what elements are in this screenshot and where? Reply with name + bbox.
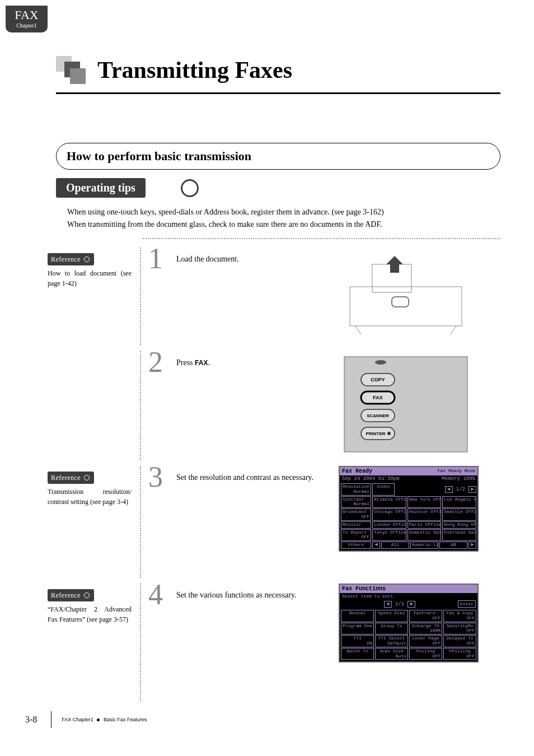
lcd-dest[interactable]: Chicago Office bbox=[372, 508, 406, 521]
lcd-func-button[interactable]: Program One-Touch bbox=[341, 623, 374, 635]
lcd-func-button[interactable]: Cover PageOFF bbox=[409, 635, 442, 647]
right-arrow-icon[interactable]: ► bbox=[407, 601, 415, 608]
lcd-func-button[interactable]: Delayed TxOFF bbox=[443, 635, 476, 647]
lcd-func-button[interactable]: TTION bbox=[341, 635, 374, 647]
lcd-func-button[interactable]: FaxFrwrd.OFF bbox=[409, 610, 442, 622]
device-illustration bbox=[339, 248, 473, 339]
reference-box: Reference “FAX/Chapter 2 Advanced Fax Fe… bbox=[48, 589, 132, 624]
vertical-dots bbox=[140, 466, 141, 578]
svg-line-4 bbox=[451, 326, 456, 334]
circle-icon bbox=[84, 256, 90, 262]
circle-icon bbox=[181, 179, 199, 197]
lcd-enter-button[interactable]: Enter bbox=[458, 600, 476, 608]
step-3: Reference Transmission resolution/ contr… bbox=[48, 466, 500, 578]
tip-line: When using one-touch keys, speed-dials o… bbox=[67, 206, 500, 218]
lcd-func-button[interactable]: Fax & CopyOFF bbox=[443, 610, 476, 622]
fax-button: FAX bbox=[373, 395, 383, 400]
lcd-dest[interactable]: Domestic Sales Dep bbox=[407, 529, 442, 542]
reference-text: Transmission resolution/ contrast settin… bbox=[48, 487, 132, 507]
footer-separator bbox=[51, 711, 51, 728]
reference-text: How to load document (see page 1-42) bbox=[48, 268, 132, 288]
lcd-dest[interactable]: London Office bbox=[372, 521, 406, 529]
lcd-side-monitor[interactable]: Monitor bbox=[341, 521, 371, 529]
step-number: 3 bbox=[148, 460, 163, 493]
step-text: Set the resolution and contrast as neces… bbox=[176, 472, 327, 483]
reference-text: “FAX/Chapter 2 Advanced Fax Features” (s… bbox=[48, 604, 132, 624]
lcd-side-broadcast[interactable]: BroadcastOFF bbox=[341, 508, 371, 521]
lcd-numeric-button[interactable]: Numeric List bbox=[410, 542, 438, 549]
vertical-dots bbox=[140, 248, 141, 346]
lcd-pager: 1/2 bbox=[454, 487, 467, 492]
lcd-dest[interactable]: Overseas Sales Dep bbox=[442, 529, 476, 542]
lcd-dest[interactable]: Tokyo Office bbox=[372, 529, 406, 542]
lcd-dest[interactable]: Atlanta Office bbox=[372, 496, 406, 508]
lcd-ab-button[interactable]: AB bbox=[439, 542, 467, 549]
section-title: How to perform basic transmission bbox=[56, 143, 500, 170]
steps-area: Reference How to load document (see page… bbox=[48, 238, 500, 707]
lcd-memory: Memory 100% bbox=[442, 476, 475, 482]
lcd-title: Fax Functions bbox=[342, 586, 386, 592]
lcd-side-others[interactable]: Others bbox=[341, 542, 371, 549]
tab-title: FAX bbox=[6, 8, 48, 22]
lcd-side-contrast[interactable]: ContrastNormal bbox=[341, 496, 371, 508]
lcd-dest[interactable]: Los Angels Office bbox=[442, 496, 476, 508]
lcd-index-button[interactable]: Index bbox=[372, 483, 395, 496]
fax-keyword: FAX bbox=[195, 359, 208, 367]
lcd-func-button[interactable]: Batch Tx bbox=[341, 648, 374, 660]
svg-line-3 bbox=[355, 326, 361, 334]
lcd-func-button[interactable]: TTI SelectDefault bbox=[375, 635, 408, 647]
right-arrow-icon[interactable]: ► bbox=[469, 542, 476, 549]
lcd-func-button[interactable]: PollingOFF bbox=[409, 648, 442, 660]
lcd-dest[interactable]: Houston Office bbox=[407, 508, 442, 521]
reference-box: Reference Transmission resolution/ contr… bbox=[48, 472, 132, 507]
svg-point-6 bbox=[375, 360, 386, 365]
lcd-func-button[interactable]: SecurityRxOFF bbox=[443, 623, 476, 635]
lcd-dest[interactable]: Paris Office bbox=[407, 521, 442, 529]
right-arrow-icon[interactable]: ► bbox=[469, 486, 476, 493]
operating-tips-header: Operating tips bbox=[56, 178, 174, 198]
section: How to perform basic transmission Operat… bbox=[56, 143, 500, 231]
lcd-dest[interactable]: Hong Kong Office bbox=[442, 521, 476, 529]
step-4: Reference “FAX/Chapter 2 Advanced Fax Fe… bbox=[48, 584, 500, 701]
step-number: 2 bbox=[148, 346, 163, 379]
lcd-fax-ready: Fax Ready Fax Ready Mode Sep 24 2004 01:… bbox=[339, 466, 479, 552]
reference-badge: Reference bbox=[48, 589, 94, 601]
lcd-func-button[interactable]: FPollingOFF bbox=[443, 648, 476, 660]
lcd-func-button[interactable]: Speed Dial bbox=[375, 610, 408, 622]
lcd-side-resolution[interactable]: ResolutionNormal bbox=[341, 483, 371, 496]
lcd-title: Fax Ready bbox=[342, 468, 372, 474]
vertical-dots bbox=[140, 351, 141, 460]
bullet-icon bbox=[97, 718, 100, 721]
panel-illustration: COPY FAX SCANNER PRINTER bbox=[339, 351, 473, 460]
step-1: Reference How to load document (see page… bbox=[48, 248, 500, 346]
lcd-dest[interactable]: New York Office bbox=[407, 496, 442, 508]
page-title: Transmitting Faxes bbox=[97, 57, 292, 83]
svg-rect-2 bbox=[392, 297, 409, 307]
lcd-func-button[interactable]: Scan SizeAuto bbox=[375, 648, 408, 660]
lcd-datetime: Sep 24 2004 01:30pm bbox=[342, 476, 400, 482]
step-text: Set the various functions as necessary. bbox=[176, 589, 327, 601]
step-2: 2 Press FAX. COPY FAX SCANNER PRINTER bbox=[48, 351, 500, 460]
operating-tips-label: Operating tips bbox=[56, 178, 146, 198]
lcd-func-button[interactable]: Group Tx bbox=[375, 623, 408, 635]
lcd-dest[interactable]: Seattle Office bbox=[442, 508, 476, 521]
lcd-pager: 1/2 bbox=[393, 601, 406, 607]
circle-icon bbox=[84, 475, 90, 480]
lcd-func-button[interactable]: Redial bbox=[341, 610, 374, 622]
tab-subtitle: Chapter1 bbox=[6, 22, 48, 29]
tip-line: When transmitting from the document glas… bbox=[67, 218, 500, 231]
lcd-func-button[interactable]: Enlarge TX100% bbox=[409, 623, 442, 635]
left-arrow-icon[interactable]: ◄ bbox=[384, 601, 392, 608]
circle-icon bbox=[84, 592, 90, 598]
left-arrow-icon[interactable]: ◄ bbox=[372, 542, 380, 549]
step-text: Load the document. bbox=[176, 253, 327, 265]
footer-crumb: FAX Chapter1 Basic Fax Features bbox=[62, 717, 147, 722]
reference-badge: Reference bbox=[48, 472, 94, 484]
lcd-side-txreport[interactable]: Tx ReportOFF bbox=[341, 529, 371, 542]
lcd-fax-functions: Fax Functions Select item to edit. ◄ 1/2… bbox=[339, 584, 479, 662]
printer-button: PRINTER bbox=[366, 431, 385, 436]
left-arrow-icon[interactable]: ◄ bbox=[445, 486, 453, 493]
dotted-separator bbox=[143, 238, 500, 239]
chapter-tab: FAX Chapter1 bbox=[6, 6, 48, 32]
lcd-all-button[interactable]: All bbox=[381, 542, 409, 549]
